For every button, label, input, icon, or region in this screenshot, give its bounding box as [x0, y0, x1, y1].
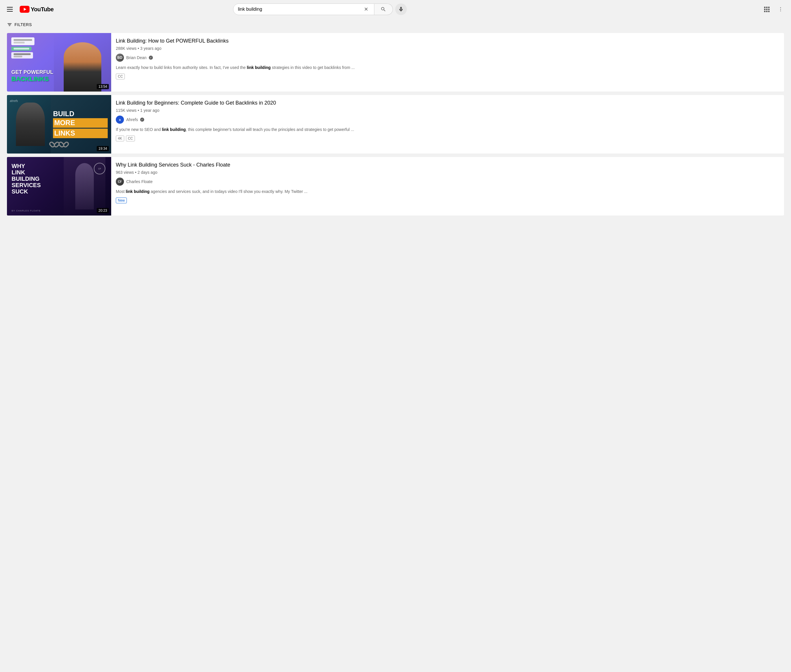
video-meta-2: 115K views • 1 year ago — [116, 108, 780, 113]
channel-avatar-2[interactable]: a — [116, 115, 124, 124]
channel-row-2: a Ahrefs ✓ — [116, 115, 780, 124]
channel-avatar-3[interactable]: CF — [116, 178, 124, 186]
thumb3-line3: BUILDING — [11, 176, 41, 182]
filters-label: FILTERS — [14, 22, 32, 27]
search-button[interactable] — [374, 3, 393, 15]
verified-icon-2: ✓ — [140, 118, 144, 122]
badges-3: New — [116, 198, 780, 203]
video-info-2: Link Building for Beginners: Complete Gu… — [111, 95, 784, 154]
svg-point-3 — [780, 9, 781, 10]
badges-2: 4K CC — [116, 136, 780, 141]
menu-button[interactable] — [5, 5, 15, 14]
search-box: ✕ — [233, 3, 374, 15]
youtube-icon — [20, 6, 30, 13]
search-container: ✕ — [233, 3, 407, 15]
header-left: YouTube — [5, 5, 54, 14]
channel-name-2[interactable]: Ahrefs — [126, 117, 138, 122]
filters-icon — [7, 22, 12, 27]
video-description-1: Learn exactly how to build links from au… — [116, 65, 780, 71]
video-title-3[interactable]: Why Link Building Services Suck - Charle… — [116, 162, 780, 168]
video-info-3: Why Link Building Services Suck - Charle… — [111, 157, 784, 216]
filters-bar: FILTERS — [0, 19, 791, 31]
grid-icon — [764, 6, 770, 12]
channel-name-1[interactable]: Brian Dean — [126, 55, 147, 60]
search-icon — [380, 6, 386, 12]
thumb3-byline: BY CHARLES FLOATE — [11, 210, 40, 212]
voice-search-button[interactable] — [395, 3, 407, 15]
more-options-button[interactable] — [775, 3, 786, 15]
video-card-1[interactable]: GET POWERFUL BACKLINKS 13:54 Link Buildi… — [7, 33, 784, 91]
channel-row-1: BD Brian Dean ✓ — [116, 54, 780, 62]
duration-badge-1: 13:54 — [97, 84, 109, 89]
video-title-1[interactable]: Link Building: How to Get POWERFUL Backl… — [116, 38, 780, 44]
filters-button[interactable]: FILTERS — [7, 22, 32, 27]
badge-cc-2: CC — [126, 136, 135, 141]
microphone-icon — [398, 6, 404, 12]
thumbnail-2[interactable]: ahrefs BUILD MORE LINKS 19:34 — [7, 95, 111, 154]
video-description-2: If you're new to SEO and link building, … — [116, 126, 780, 133]
thumbnail-1[interactable]: GET POWERFUL BACKLINKS 13:54 — [7, 33, 111, 91]
badge-4k-2: 4K — [116, 136, 124, 141]
svg-point-2 — [780, 7, 781, 8]
thumb3-line5: SUCK — [11, 188, 41, 195]
thumb3-line4: SERVICES — [11, 182, 41, 188]
thumbnail-3[interactable]: CF WHY LINK BUILDING SERVICES SUCK BY CH… — [7, 157, 111, 216]
badge-new-3: New — [116, 198, 127, 203]
video-meta-3: 963 views • 2 days ago — [116, 170, 780, 174]
thumb3-line1: WHY — [11, 163, 41, 169]
badge-cc-1: CC — [116, 74, 125, 79]
youtube-wordmark: YouTube — [31, 6, 54, 13]
clear-search-icon[interactable]: ✕ — [363, 6, 369, 13]
header-right — [761, 3, 786, 15]
grid-view-button[interactable] — [761, 3, 772, 15]
avatar-brian: BD — [116, 54, 124, 62]
youtube-logo[interactable]: YouTube — [20, 6, 54, 13]
svg-point-4 — [780, 11, 781, 11]
video-meta-1: 288K views • 3 years ago — [116, 46, 780, 51]
thumb2-line1: BUILD — [53, 110, 108, 117]
video-title-2[interactable]: Link Building for Beginners: Complete Gu… — [116, 100, 780, 106]
video-info-1: Link Building: How to Get POWERFUL Backl… — [111, 33, 784, 91]
thumb1-line1: GET POWERFUL — [11, 69, 53, 75]
header: YouTube ✕ — [0, 0, 791, 19]
duration-badge-3: 20:23 — [97, 208, 109, 213]
duration-badge-2: 19:34 — [97, 146, 109, 151]
search-results: GET POWERFUL BACKLINKS 13:54 Link Buildi… — [0, 31, 791, 221]
channel-name-3[interactable]: Charles Floate — [126, 179, 153, 184]
video-description-3: Most link building agencies and services… — [116, 189, 780, 195]
thumb2-line3: LINKS — [53, 129, 108, 138]
more-vertical-icon — [778, 6, 783, 12]
avatar-ahrefs: a — [116, 115, 124, 124]
avatar-charles: CF — [116, 178, 124, 186]
video-card-2[interactable]: ahrefs BUILD MORE LINKS 19:34 Link Build… — [7, 95, 784, 154]
thumb2-line2: MORE — [53, 118, 108, 128]
thumb1-line2: BACKLINKS — [11, 75, 53, 83]
channel-avatar-1[interactable]: BD — [116, 54, 124, 62]
verified-icon-1: ✓ — [149, 56, 153, 60]
badges-1: CC — [116, 74, 780, 79]
video-card-3[interactable]: CF WHY LINK BUILDING SERVICES SUCK BY CH… — [7, 157, 784, 216]
thumb3-line2: LINK — [11, 169, 41, 176]
search-input[interactable] — [238, 6, 363, 12]
channel-row-3: CF Charles Floate — [116, 178, 780, 186]
